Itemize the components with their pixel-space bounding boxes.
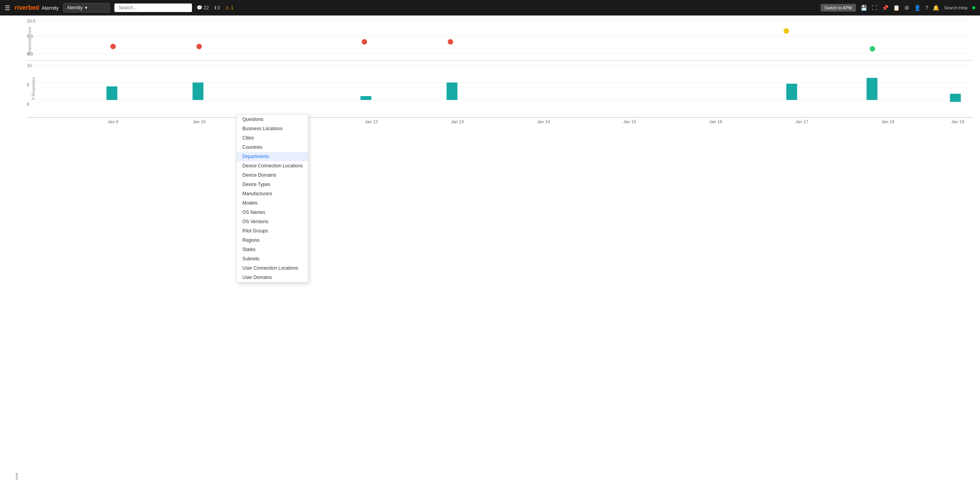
segment-dropdown-menu: Questions Business Locations Cities Coun… bbox=[237, 114, 308, 282]
dropdown-item-cities[interactable]: Cities bbox=[237, 133, 308, 143]
chat-icon-item[interactable]: 💬 22 bbox=[197, 5, 209, 10]
logo-text: riverbed bbox=[15, 4, 39, 11]
hamburger-menu[interactable]: ☰ bbox=[5, 4, 10, 12]
svg-rect-22 bbox=[193, 83, 204, 100]
dropdown-item-manufacturers[interactable]: Manufacturers bbox=[237, 189, 308, 198]
search-input[interactable] bbox=[114, 3, 192, 12]
top-navigation: ☰ riverbed Aternity Aternity ▾ 💬 22 ℹ 0 … bbox=[0, 0, 980, 15]
y-label-response-score: Response Score bbox=[15, 473, 19, 480]
switch-apm-button[interactable]: Switch to APM bbox=[821, 4, 856, 12]
info-count: 0 bbox=[218, 5, 220, 10]
settings-icon[interactable]: ⚙ bbox=[904, 5, 909, 11]
dropdown-item-device-types[interactable]: Device Types bbox=[237, 180, 308, 189]
svg-text:10: 10 bbox=[27, 63, 32, 68]
dropdown-item-departments[interactable]: Departments bbox=[237, 152, 308, 161]
svg-text:10.0: 10.0 bbox=[27, 19, 35, 23]
expand-icon[interactable]: ⛶ bbox=[872, 5, 877, 11]
svg-rect-24 bbox=[447, 83, 458, 100]
svg-rect-23 bbox=[361, 96, 372, 100]
svg-point-12 bbox=[870, 46, 875, 52]
svg-point-9 bbox=[362, 39, 367, 45]
response-chart-svg: 10.0 5.0 0.0 Response Score 10 5 0 bbox=[20, 19, 980, 123]
svg-text:# Responses: # Responses bbox=[31, 77, 36, 100]
dropdown-item-questions[interactable]: Questions bbox=[237, 115, 308, 124]
svg-point-10 bbox=[448, 39, 453, 45]
app-logo: riverbed Aternity bbox=[15, 4, 59, 11]
dropdown-item-user-connection-locations[interactable]: User Connection Locations bbox=[237, 263, 308, 273]
save-icon[interactable]: 💾 bbox=[861, 5, 867, 11]
svg-text:Jan 10: Jan 10 bbox=[193, 119, 206, 123]
svg-rect-27 bbox=[950, 94, 961, 102]
svg-text:Jan 12: Jan 12 bbox=[365, 119, 378, 123]
svg-text:Jan 14: Jan 14 bbox=[537, 119, 550, 123]
search-help-link[interactable]: Search Help bbox=[944, 5, 968, 10]
svg-rect-21 bbox=[107, 86, 118, 100]
svg-rect-25 bbox=[786, 84, 797, 100]
info-icon-item[interactable]: ℹ 0 bbox=[214, 5, 220, 10]
warning-icon: ⚠ bbox=[225, 5, 230, 10]
svg-text:Jan 18: Jan 18 bbox=[881, 119, 894, 123]
dropdown-item-os-names[interactable]: OS Names bbox=[237, 208, 308, 217]
context-dropdown[interactable]: Aternity ▾ bbox=[63, 3, 110, 12]
dropdown-value: Aternity bbox=[67, 5, 83, 10]
dropdown-item-states[interactable]: States bbox=[237, 245, 308, 254]
dropdown-item-device-domains[interactable]: Device Domains bbox=[237, 170, 308, 180]
svg-text:Jan 15: Jan 15 bbox=[623, 119, 636, 123]
svg-text:Jan 9: Jan 9 bbox=[108, 119, 118, 123]
svg-text:Response Score: Response Score bbox=[28, 27, 32, 55]
svg-text:Jan 13: Jan 13 bbox=[451, 119, 464, 123]
svg-text:5: 5 bbox=[27, 83, 29, 87]
dropdown-item-pilot-groups[interactable]: Pilot Groups bbox=[237, 226, 308, 236]
dropdown-item-business-locations[interactable]: Business Locations bbox=[237, 124, 308, 133]
dropdown-item-subnets[interactable]: Subnets bbox=[237, 254, 308, 263]
copy-icon[interactable]: 📋 bbox=[893, 5, 900, 11]
dropdown-item-os-versions[interactable]: OS Versions bbox=[237, 217, 308, 226]
dropdown-item-countries[interactable]: Countries bbox=[237, 143, 308, 152]
user-icon[interactable]: 👤 bbox=[914, 5, 921, 11]
chat-count: 22 bbox=[204, 5, 209, 10]
status-indicator bbox=[972, 6, 975, 9]
svg-point-7 bbox=[111, 44, 116, 49]
help-icon[interactable]: ? bbox=[925, 5, 928, 11]
nav-icons: 💬 22 ℹ 0 ⚠ 1 bbox=[197, 5, 233, 10]
svg-point-8 bbox=[197, 44, 202, 49]
bell-icon[interactable]: 🔔 bbox=[933, 5, 939, 11]
svg-text:Jan 19: Jan 19 bbox=[951, 119, 964, 123]
svg-text:Jan 17: Jan 17 bbox=[795, 119, 808, 123]
chat-icon: 💬 bbox=[197, 5, 202, 10]
dropdown-item-models[interactable]: Models bbox=[237, 198, 308, 208]
dropdown-item-user-domains[interactable]: User Domains bbox=[237, 273, 308, 282]
response-chart-section: Response Score 10.0 5.0 0.0 Response Sco… bbox=[0, 15, 980, 480]
warning-icon-item[interactable]: ⚠ 1 bbox=[225, 5, 233, 10]
svg-text:0: 0 bbox=[27, 102, 29, 107]
chevron-down-icon: ▾ bbox=[85, 5, 87, 10]
pin-icon[interactable]: 📌 bbox=[882, 5, 888, 11]
svg-point-11 bbox=[784, 28, 789, 34]
nav-right: Switch to APM 💾 ⛶ 📌 📋 ⚙ 👤 ? 🔔 Search Hel… bbox=[821, 4, 975, 12]
info-icon: ℹ bbox=[214, 5, 216, 10]
svg-text:Jan 16: Jan 16 bbox=[709, 119, 722, 123]
dropdown-item-regions[interactable]: Regions bbox=[237, 236, 308, 245]
svg-rect-26 bbox=[867, 78, 878, 100]
warning-count: 1 bbox=[231, 5, 233, 10]
dropdown-item-device-connection-locations[interactable]: Device Connection Locations bbox=[237, 161, 308, 170]
logo-sub-text: Aternity bbox=[41, 5, 59, 11]
